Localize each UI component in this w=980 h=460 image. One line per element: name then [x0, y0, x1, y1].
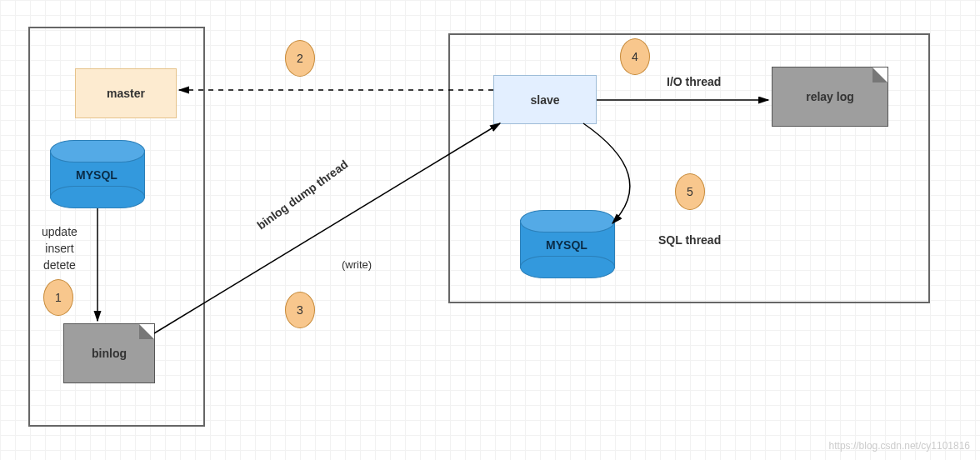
slave-db-label: MYSQL: [520, 238, 613, 252]
badge-3-text: 3: [297, 303, 303, 317]
ops-label: update insert detete: [42, 223, 78, 273]
binlog-doc: binlog: [63, 323, 155, 383]
relaylog-doc: relay log: [772, 67, 888, 127]
master-db: MYSQL: [50, 140, 143, 208]
slave-db: MYSQL: [520, 210, 613, 278]
sql-thread-label: SQL thread: [658, 233, 721, 247]
master-db-label: MYSQL: [50, 168, 143, 182]
binlog-dump-thread-label: binlog dump thread: [254, 158, 350, 232]
badge-2-text: 2: [297, 52, 303, 65]
badge-1-text: 1: [55, 291, 62, 304]
step-badge-1: 1: [43, 279, 73, 316]
badge-4-text: 4: [632, 50, 638, 63]
io-thread-label: I/O thread: [667, 75, 721, 88]
slave-label: slave: [530, 93, 559, 107]
watermark: https://blog.csdn.net/cy1101816: [829, 440, 970, 452]
relaylog-label: relay log: [806, 90, 854, 103]
step-badge-4: 4: [620, 38, 650, 75]
binlog-label: binlog: [92, 347, 127, 360]
badge-5-text: 5: [687, 185, 693, 198]
step-badge-5: 5: [675, 173, 705, 210]
step-badge-2: 2: [285, 40, 315, 77]
master-label: master: [107, 87, 145, 100]
write-label: (write): [342, 258, 372, 271]
step-badge-3: 3: [285, 292, 315, 328]
master-box: master: [75, 68, 177, 118]
slave-box: slave: [493, 75, 597, 124]
